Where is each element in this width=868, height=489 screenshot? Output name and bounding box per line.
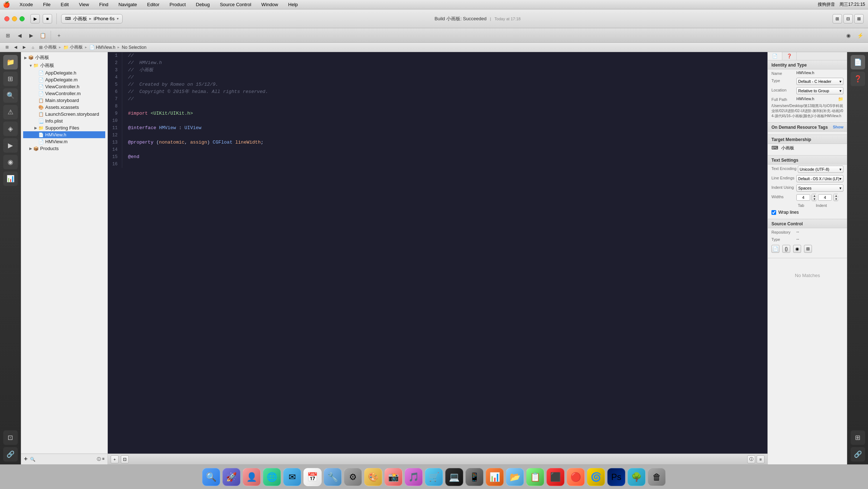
tree-item-products[interactable]: 📦 Products: [23, 145, 105, 152]
navigator-icon-debug[interactable]: ▶: [3, 138, 18, 153]
rp-type-dropdown[interactable]: Default - C Header ▾: [796, 78, 843, 85]
dock-trash[interactable]: 🗑: [648, 468, 666, 486]
tree-item-main-storyboard[interactable]: 📋 Main.storyboard: [23, 97, 105, 104]
inspector-icon-quickhelp[interactable]: ❓: [851, 72, 865, 86]
menu-source-control[interactable]: Source Control: [218, 1, 254, 8]
bottom-panel-toggle[interactable]: ⊟: [843, 14, 853, 24]
scheme-selector[interactable]: ⌨ 小画板 ▸ iPhone 6s ▾: [61, 14, 123, 24]
sidebar-list-btn[interactable]: ≡: [102, 456, 105, 462]
dock-sketch[interactable]: 🎨: [364, 468, 382, 486]
maximize-button[interactable]: [20, 16, 25, 21]
dock-instruments[interactable]: 📊: [486, 468, 504, 486]
rp-show-link[interactable]: Show: [833, 125, 843, 129]
tree-item-viewcontroller-h[interactable]: 📄 ViewController.h: [23, 83, 105, 90]
tree-group-xiahuaban[interactable]: 📁 小画板: [23, 61, 105, 69]
menu-find[interactable]: Find: [97, 1, 110, 8]
tree-item-hmview-h[interactable]: 📄 HMView.h: [23, 131, 105, 138]
rp-line-endings-dropdown[interactable]: Default - OS X / Unix (LF) ▾: [796, 175, 843, 182]
rp-indent-width-up[interactable]: ▲: [834, 194, 839, 197]
back-btn[interactable]: ◀: [14, 30, 25, 41]
dock-safari[interactable]: 🌐: [263, 468, 281, 486]
inspector-icon-misc2[interactable]: 🔗: [851, 447, 865, 462]
dock-simulator[interactable]: 📱: [465, 468, 484, 486]
dock-charles[interactable]: 🌀: [587, 468, 605, 486]
rp-indent-dropdown[interactable]: Spaces ▾: [796, 184, 843, 192]
menu-debug[interactable]: Debug: [194, 1, 212, 8]
breadcrumb-home[interactable]: ⌂: [29, 43, 37, 51]
rp-indent-width-input[interactable]: [818, 194, 832, 201]
tree-item-appdelegate-h[interactable]: 📄 AppDelegate.h: [23, 69, 105, 76]
navigator-icon-search[interactable]: 🔍: [3, 88, 18, 103]
sc-icon-bracket[interactable]: {}: [782, 245, 790, 253]
inspector-icon-file[interactable]: 📄: [851, 55, 865, 69]
breakpoints-btn[interactable]: ◉: [843, 30, 854, 41]
sidebar-info-btn[interactable]: ⓘ: [97, 456, 101, 462]
menu-xcode[interactable]: Xcode: [17, 1, 35, 8]
dock-filezilla[interactable]: 📂: [506, 468, 524, 486]
breadcrumb-item-1[interactable]: 📁 小画板: [62, 44, 84, 51]
editor-layout-btn[interactable]: ≡: [757, 455, 765, 463]
sc-icon-circle[interactable]: ◉: [793, 245, 801, 253]
navigator-icon-issues[interactable]: ⚠: [3, 105, 18, 119]
navigator-icon-tests[interactable]: ◈: [3, 122, 18, 136]
debug-btn[interactable]: ⚡: [855, 30, 865, 41]
menu-file[interactable]: File: [41, 1, 53, 8]
dock-sourcetree[interactable]: 🌳: [627, 468, 646, 486]
add-file-bottom-btn[interactable]: +: [111, 455, 119, 463]
rp-tab-file[interactable]: 📄: [768, 52, 782, 60]
navigator-toggle[interactable]: ⊞: [3, 30, 13, 41]
minimize-button[interactable]: [12, 16, 17, 21]
stop-button[interactable]: ■: [43, 14, 52, 24]
menu-window[interactable]: Window: [259, 1, 280, 8]
sidebar-add-btn[interactable]: +: [24, 455, 28, 463]
menu-editor[interactable]: Editor: [145, 1, 162, 8]
menu-help[interactable]: Help: [286, 1, 300, 8]
dock-postman[interactable]: 🔴: [567, 468, 585, 486]
rp-tab-width-down[interactable]: ▼: [812, 197, 817, 201]
menu-navigate[interactable]: Navigate: [116, 1, 139, 8]
tree-item-hmview-m[interactable]: 📄 HMView.m: [23, 138, 105, 145]
dock-calendar[interactable]: 📅: [303, 468, 322, 486]
breadcrumb-back[interactable]: ◀: [12, 43, 20, 51]
rp-tab-quick-help[interactable]: ❓: [782, 52, 797, 60]
filter-bottom-btn[interactable]: ⊡: [121, 455, 129, 463]
dock-dash[interactable]: 📋: [526, 468, 544, 486]
rp-indent-width-down[interactable]: ▼: [834, 197, 839, 201]
menu-view[interactable]: View: [77, 1, 91, 8]
dock-pchint[interactable]: ⬛: [546, 468, 565, 486]
forward-btn[interactable]: ▶: [26, 30, 36, 41]
editor-info-btn[interactable]: ⓘ: [747, 455, 755, 463]
dock-mail[interactable]: ✉: [283, 468, 301, 486]
dock-launchpad[interactable]: 🚀: [222, 468, 241, 486]
dock-xcode[interactable]: 🔧: [324, 468, 342, 486]
code-editor[interactable]: 1 // 2 // HMView.h 3 // 小画板 4 //: [108, 52, 767, 454]
rp-path-reveal-icon[interactable]: 📁: [838, 97, 843, 102]
menu-edit[interactable]: Edit: [59, 1, 71, 8]
close-button[interactable]: [4, 16, 9, 21]
dock-itunes[interactable]: 🎵: [405, 468, 423, 486]
sc-icon-grid[interactable]: ⊞: [804, 245, 812, 253]
dock-finder[interactable]: 🔍: [202, 468, 220, 486]
left-panel-toggle[interactable]: ⊞: [833, 14, 842, 24]
rp-tab-width-input[interactable]: [796, 194, 810, 201]
navigator-icon-breakpoints[interactable]: ◉: [3, 155, 18, 169]
dock-appstore[interactable]: 🛒: [425, 468, 443, 486]
tree-item-assets[interactable]: 🎨 Assets.xcassets: [23, 104, 105, 111]
sc-icon-doc[interactable]: 📄: [771, 245, 779, 253]
nav-toggle-small[interactable]: ⊞: [3, 43, 11, 51]
rp-tab-width-up[interactable]: ▲: [812, 194, 817, 197]
navigator-icon-misc2[interactable]: 🔗: [3, 447, 18, 462]
tree-root[interactable]: 📦 小画板: [23, 54, 105, 61]
tree-item-viewcontroller-m[interactable]: 📄 ViewController.m: [23, 90, 105, 97]
navigator-icon-reports[interactable]: 📊: [3, 171, 18, 186]
tree-item-appdelegate-m[interactable]: 📄 AppDelegate.m: [23, 76, 105, 83]
breadcrumb-item-3[interactable]: No Selection: [120, 44, 148, 50]
rp-wrap-lines-checkbox[interactable]: [771, 210, 776, 215]
sidebar-filter-btn[interactable]: 🔍: [30, 457, 35, 462]
dock-terminal[interactable]: 💻: [445, 468, 463, 486]
tree-item-supporting-files[interactable]: 📁 Supporting Files: [23, 124, 105, 131]
navigator-icon-symbols[interactable]: ⊞: [3, 72, 18, 86]
inspector-icon-misc1[interactable]: ⊞: [851, 430, 865, 445]
dock-syspreferences[interactable]: ⚙: [344, 468, 362, 486]
dock-contacts[interactable]: 👤: [243, 468, 261, 486]
